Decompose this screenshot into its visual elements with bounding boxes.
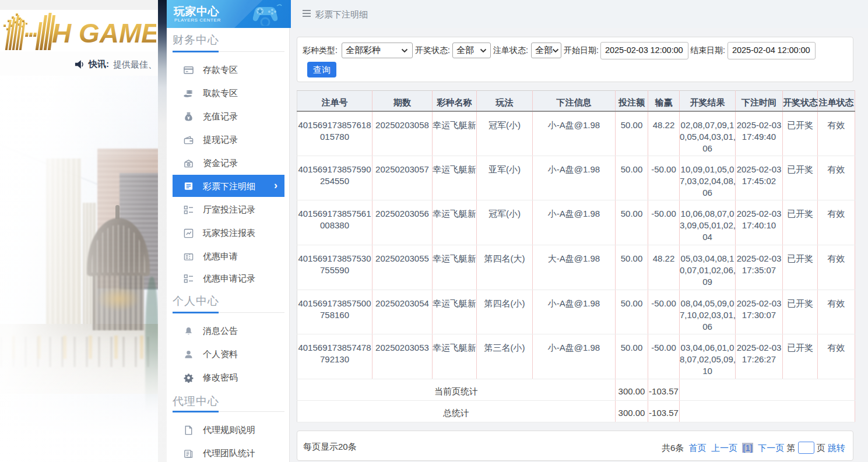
svg-text:H GAME: H GAME (52, 18, 156, 48)
